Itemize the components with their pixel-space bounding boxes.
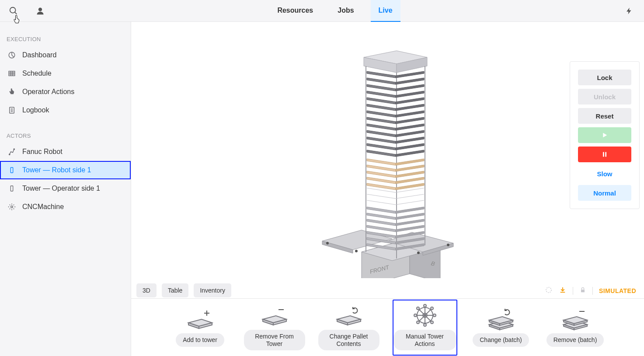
svg-point-0 — [10, 7, 16, 13]
action-label: Change (batch) — [473, 333, 529, 347]
action-change-pallet-contents[interactable]: Change Pallet Contents — [318, 304, 379, 351]
search-icon[interactable] — [9, 6, 18, 16]
svg-marker-52 — [367, 124, 396, 130]
sidebar-item-label: CNCMachine — [22, 203, 64, 211]
svg-point-88 — [546, 287, 551, 293]
action-add-to-tower[interactable]: Add to tower — [170, 308, 231, 347]
action-change-batch[interactable]: Change (batch) — [470, 308, 532, 347]
view-tabs: 3D Table Inventory — [136, 283, 231, 297]
grid-icon — [7, 69, 16, 78]
svg-point-24 — [355, 250, 358, 252]
view-tab-inventory[interactable]: Inventory — [194, 283, 231, 297]
svg-marker-40 — [367, 84, 396, 91]
slow-button[interactable]: Slow — [578, 166, 631, 181]
svg-marker-55 — [396, 130, 424, 137]
download-icon[interactable] — [559, 286, 567, 296]
svg-marker-57 — [396, 137, 424, 143]
topbar: Resources Jobs Live — [0, 0, 644, 22]
svg-rect-15 — [10, 168, 13, 173]
simulated-badge: SIMULATED — [599, 287, 636, 294]
svg-marker-62 — [367, 159, 396, 165]
sidebar: EXECUTION Dashboard Schedule Operator Ac… — [0, 22, 131, 356]
svg-rect-133 — [605, 152, 606, 157]
stack-cycle-icon — [486, 308, 516, 330]
divider — [592, 287, 593, 295]
reset-button[interactable]: Reset — [578, 108, 631, 124]
svg-marker-43 — [396, 91, 424, 98]
action-bar: Add to tower Remove From Tower — [131, 298, 644, 356]
svg-marker-56 — [367, 137, 396, 143]
svg-marker-72 — [367, 207, 396, 213]
gear-icon — [7, 202, 16, 211]
sidebar-item-logbook[interactable]: Logbook — [0, 101, 131, 119]
tab-live[interactable]: Live — [371, 0, 400, 22]
tab-jobs[interactable]: Jobs — [330, 0, 362, 22]
svg-point-111 — [424, 324, 426, 326]
svg-marker-37 — [396, 71, 424, 78]
sidebar-item-label: Fanuc Robot — [22, 148, 63, 156]
svg-marker-50 — [367, 117, 396, 124]
svg-marker-74 — [367, 213, 396, 220]
sidebar-item-schedule[interactable]: Schedule — [0, 64, 131, 83]
pallet-remove-icon — [259, 304, 290, 326]
3d-canvas[interactable]: FRONT B — [131, 22, 644, 298]
svg-marker-53 — [396, 124, 424, 130]
sidebar-item-tower-robot-side-1[interactable]: Tower — Robot side 1 — [0, 161, 131, 179]
sidebar-item-label: Logbook — [22, 106, 49, 114]
svg-marker-44 — [367, 98, 396, 104]
svg-point-110 — [424, 304, 426, 307]
svg-marker-68 — [367, 177, 396, 184]
lightning-icon[interactable] — [625, 6, 633, 16]
svg-point-2 — [38, 7, 42, 11]
view-tab-3d[interactable]: 3D — [136, 283, 157, 297]
main-tabs: Resources Jobs Live — [45, 0, 625, 22]
action-remove-from-tower[interactable]: Remove From Tower — [244, 304, 305, 351]
stack-remove-icon — [560, 308, 591, 330]
lock-icon — [579, 286, 586, 295]
svg-point-14 — [14, 149, 14, 150]
view-tab-table[interactable]: Table — [162, 283, 188, 297]
play-button[interactable] — [578, 127, 631, 143]
section-title-execution: EXECUTION — [0, 31, 131, 46]
svg-rect-16 — [10, 186, 13, 191]
svg-marker-67 — [396, 171, 424, 178]
svg-point-115 — [431, 321, 433, 324]
normal-button[interactable]: Normal — [578, 185, 631, 201]
sidebar-item-tower-operator-side-1[interactable]: Tower — Operator side 1 — [0, 179, 131, 198]
svg-marker-63 — [396, 159, 424, 165]
pause-button[interactable] — [578, 147, 631, 162]
sidebar-item-operator-actions[interactable]: Operator Actions — [0, 83, 131, 101]
svg-marker-64 — [367, 165, 396, 171]
tower-icon — [7, 184, 16, 193]
sidebar-item-label: Tower — Operator side 1 — [22, 185, 100, 192]
control-panel: Lock Unlock Reset Slow Normal — [570, 61, 640, 209]
svg-point-28 — [447, 244, 449, 246]
svg-marker-65 — [396, 165, 424, 171]
svg-marker-48 — [367, 111, 396, 117]
svg-marker-46 — [367, 104, 396, 111]
svg-marker-36 — [367, 71, 396, 78]
svg-marker-66 — [367, 171, 396, 178]
action-manual-tower-actions[interactable]: Manual Tower Actions — [393, 300, 457, 356]
sidebar-item-cncmachine[interactable]: CNCMachine — [0, 198, 131, 216]
sidebar-item-dashboard[interactable]: Dashboard — [0, 46, 131, 64]
pie-icon — [7, 51, 16, 59]
svg-marker-39 — [396, 78, 424, 84]
svg-marker-75 — [396, 213, 424, 220]
tab-resources[interactable]: Resources — [269, 0, 321, 22]
svg-rect-132 — [603, 152, 604, 157]
user-icon[interactable] — [36, 7, 45, 15]
svg-point-29 — [417, 251, 420, 254]
divider — [573, 287, 573, 295]
sidebar-item-fanuc-robot[interactable]: Fanuc Robot — [0, 143, 131, 161]
svg-line-1 — [15, 12, 17, 14]
log-icon — [7, 106, 16, 115]
refresh-icon[interactable] — [545, 286, 553, 296]
action-remove-batch[interactable]: Remove (batch) — [545, 308, 606, 347]
svg-point-112 — [414, 314, 417, 317]
lock-button[interactable]: Lock — [578, 70, 631, 85]
status-row: SIMULATED — [545, 286, 636, 296]
svg-marker-59 — [396, 143, 424, 150]
svg-marker-73 — [396, 207, 424, 213]
section-title-actors: ACTORS — [0, 127, 131, 143]
